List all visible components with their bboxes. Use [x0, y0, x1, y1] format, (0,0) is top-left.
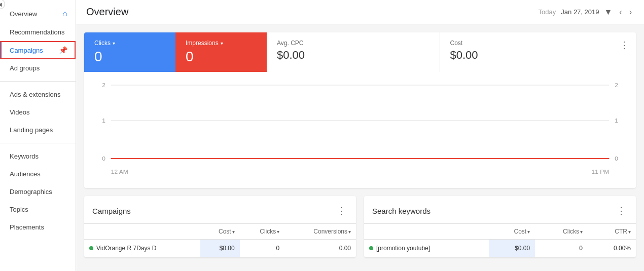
campaigns-table-header-row: Cost ▾ Clicks ▾ — [84, 224, 356, 240]
page-header: Overview Today Jan 27, 2019 ▼ ‹ › — [76, 0, 644, 24]
campaigns-col-name — [84, 224, 200, 240]
campaign-name-cell: VidOrange R 7Days D — [84, 240, 200, 257]
table-row: [promotion youtube] $0.00 0 0.00% — [364, 240, 636, 257]
svg-text:0: 0 — [615, 156, 618, 161]
conversions-sort-icon: ▾ — [348, 229, 351, 235]
sidebar-item-campaigns[interactable]: Campaigns 📌 — [0, 41, 76, 59]
keywords-col-ctr[interactable]: CTR ▾ — [588, 224, 636, 240]
stats-more-button[interactable]: ⋮ — [618, 37, 631, 53]
sidebar-item-label: Keywords — [10, 152, 39, 160]
date-navigation: Today Jan 27, 2019 ▼ ‹ › — [539, 7, 634, 18]
sidebar-item-label: Demographics — [10, 188, 52, 196]
clicks-metric: Clicks ▾ 0 — [84, 32, 175, 72]
cost-value: $0.00 — [450, 49, 603, 62]
sidebar-item-demographics[interactable]: Demographics — [0, 183, 76, 201]
cost-sort-icon: ▾ — [232, 229, 235, 235]
svg-text:1: 1 — [615, 118, 618, 123]
date-value: Jan 27, 2019 — [561, 8, 599, 16]
campaign-conversions-cell: 0.00 — [284, 240, 356, 257]
static-metrics: Avg. CPC $0.00 Cost $0.00 — [267, 32, 613, 72]
sidebar-item-label: Ad groups — [10, 64, 40, 72]
avg-cpc-metric: Avg. CPC $0.00 — [267, 32, 440, 72]
avg-cpc-label: Avg. CPC — [277, 40, 430, 47]
impressions-dropdown-icon[interactable]: ▾ — [221, 41, 223, 46]
content-area: Clicks ▾ 0 Impressions ▾ 0 Avg. — [76, 24, 644, 265]
svg-text:11 PM: 11 PM — [592, 169, 610, 174]
campaigns-col-conversions[interactable]: Conversions ▾ — [284, 224, 356, 240]
today-label: Today — [539, 8, 556, 16]
sidebar-divider-2 — [0, 143, 76, 143]
table-row: VidOrange R 7Days D $0.00 0 0.00 — [84, 240, 356, 257]
sidebar-item-label: Campaigns — [10, 47, 43, 54]
sidebar-item-keywords[interactable]: Keywords — [0, 147, 76, 165]
chart-svg: 2 1 0 2 1 0 12 AM 11 PM — [94, 80, 626, 181]
campaign-clicks-cell: 0 — [240, 240, 285, 257]
cost-label: Cost — [450, 40, 603, 47]
keywords-col-cost[interactable]: Cost ▾ — [489, 224, 535, 240]
sidebar-item-label: Audiences — [10, 170, 41, 178]
keywords-table-header-row: Cost ▾ Clicks ▾ — [364, 224, 636, 240]
clicks-value: 0 — [94, 49, 165, 65]
home-icon: ⌂ — [62, 9, 67, 18]
kw-clicks-sort-icon: ▾ — [580, 229, 583, 235]
sidebar-item-label: Overview — [10, 10, 37, 18]
sidebar-item-placements[interactable]: Placements — [0, 218, 76, 236]
avg-cpc-value: $0.00 — [277, 49, 430, 62]
sidebar-item-label: Placements — [10, 223, 44, 231]
keywords-card-header: Search keywords ⋮ — [364, 196, 636, 224]
sidebar-item-videos[interactable]: Videos — [0, 103, 76, 121]
sidebar-item-label: Videos — [10, 108, 30, 116]
clicks-label: Clicks ▾ — [94, 40, 165, 47]
chart-area: 2 1 0 2 1 0 12 AM 11 PM — [84, 72, 636, 188]
sidebar-divider — [0, 81, 76, 82]
svg-text:1: 1 — [102, 118, 105, 123]
keyword-ctr-cell: 0.00% — [588, 240, 636, 257]
sidebar-item-recommendations[interactable]: Recommendations — [0, 23, 76, 41]
stats-card: Clicks ▾ 0 Impressions ▾ 0 Avg. — [84, 32, 636, 188]
keyword-name-cell: [promotion youtube] — [364, 240, 489, 257]
impressions-value: 0 — [186, 49, 257, 65]
campaign-cost-cell: $0.00 — [200, 240, 240, 257]
date-dropdown-button[interactable]: ▼ — [602, 7, 615, 18]
pin-icon: 📌 — [59, 46, 67, 54]
cost-metric: Cost $0.00 — [440, 32, 613, 72]
page-title: Overview — [86, 6, 128, 18]
sidebar-item-audiences[interactable]: Audiences — [0, 165, 76, 183]
sidebar-item-label: Landing pages — [10, 126, 53, 134]
sidebar-item-label: Topics — [10, 206, 28, 213]
svg-text:2: 2 — [615, 82, 618, 88]
svg-text:12 AM: 12 AM — [111, 169, 128, 174]
sidebar-item-label: Recommendations — [10, 28, 64, 36]
main-content: Overview Today Jan 27, 2019 ▼ ‹ › Clicks… — [76, 0, 644, 271]
campaigns-card-header: Campaigns ⋮ — [84, 196, 356, 224]
svg-text:0: 0 — [102, 156, 105, 161]
impressions-metric: Impressions ▾ 0 — [175, 32, 267, 72]
keywords-table: Cost ▾ Clicks ▾ — [364, 224, 636, 257]
clicks-dropdown-icon[interactable]: ▾ — [113, 41, 115, 46]
keywords-col-clicks[interactable]: Clicks ▾ — [535, 224, 588, 240]
keywords-more-button[interactable]: ⋮ — [615, 203, 628, 218]
impressions-label: Impressions ▾ — [186, 40, 257, 47]
campaigns-col-clicks[interactable]: Clicks ▾ — [240, 224, 285, 240]
keyword-cost-cell: $0.00 — [489, 240, 535, 257]
kw-cost-sort-icon: ▾ — [527, 229, 530, 235]
keywords-card-title: Search keywords — [372, 207, 431, 215]
sidebar-item-topics[interactable]: Topics — [0, 201, 76, 218]
date-prev-button[interactable]: ‹ — [617, 7, 624, 18]
campaigns-card: Campaigns ⋮ Cost ▾ — [84, 196, 356, 257]
metrics-row: Clicks ▾ 0 Impressions ▾ 0 Avg. — [84, 32, 636, 72]
sidebar-item-adgroups[interactable]: Ad groups — [0, 59, 76, 77]
sidebar-item-ads-extensions[interactable]: Ads & extensions — [0, 86, 76, 103]
campaigns-more-button[interactable]: ⋮ — [335, 203, 348, 218]
campaigns-card-title: Campaigns — [92, 207, 131, 215]
sidebar-item-landing-pages[interactable]: Landing pages — [0, 121, 76, 139]
bottom-row: Campaigns ⋮ Cost ▾ — [84, 196, 636, 257]
sidebar: ◀ Overview ⌂ Recommendations Campaigns 📌… — [0, 0, 76, 271]
sidebar-item-overview[interactable]: Overview ⌂ — [0, 4, 76, 23]
keyword-clicks-cell: 0 — [535, 240, 588, 257]
campaigns-table: Cost ▾ Clicks ▾ — [84, 224, 356, 257]
campaigns-col-cost[interactable]: Cost ▾ — [200, 224, 240, 240]
keywords-col-name — [364, 224, 489, 240]
date-next-button[interactable]: › — [627, 7, 634, 18]
clicks-sort-icon: ▾ — [277, 229, 279, 235]
